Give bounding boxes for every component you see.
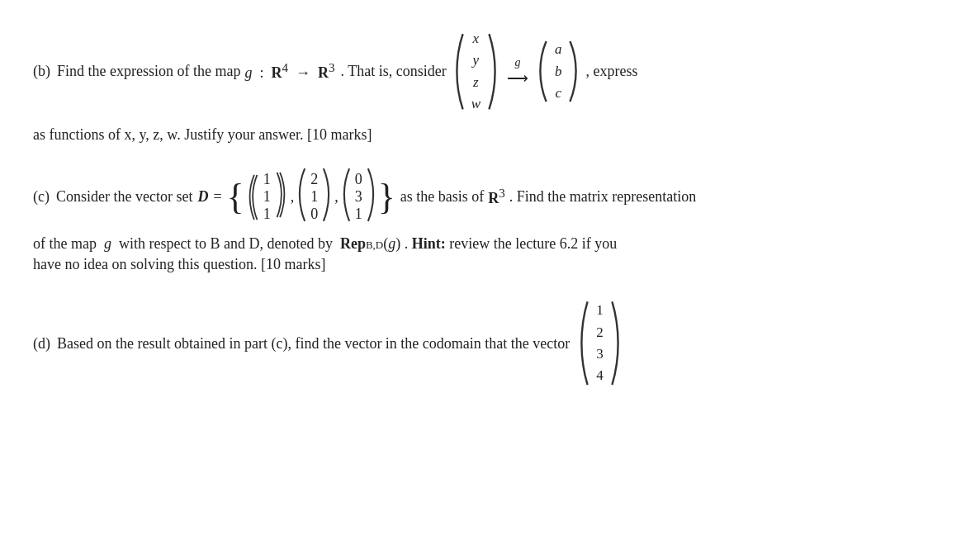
part-c-text1: Consider the vector set — [56, 188, 192, 206]
part-b-text4: as functions of x, y, z, w. Justify your… — [33, 126, 947, 144]
part-d-val2: 2 — [596, 322, 604, 343]
part-b-line: (b) Find the expression of the map g : R… — [33, 25, 947, 118]
part-d-val3: 3 — [596, 343, 604, 365]
vec3-values: 0 3 1 — [352, 171, 366, 223]
part-c-text3: . Find the matrix representation — [509, 188, 696, 206]
part-d-vector-values: 1 2 3 4 — [589, 296, 610, 390]
output-b: b — [555, 61, 562, 83]
part-c-text4: of the map — [33, 235, 100, 252]
part-d-val4: 4 — [596, 365, 604, 386]
part-c-text5: with respect to B and D, denoted by — [115, 235, 336, 252]
part-b-text2: . That is, consider — [340, 63, 446, 80]
vec1-val1: 1 — [263, 171, 271, 188]
rep-notation: RepB,D (g) — [340, 235, 400, 253]
output-a: a — [555, 39, 562, 60]
map-arrow: g ⟶ — [507, 56, 528, 88]
map-g: g : R4 → R3 — [244, 61, 334, 82]
set-close-brace: } — [378, 179, 395, 215]
domain: R4 — [271, 64, 288, 81]
part-d-line: (d) Based on the result obtained in part… — [33, 296, 947, 390]
input-z: z — [473, 72, 479, 93]
D-var: D — [197, 188, 208, 206]
equals-sign: = — [213, 188, 221, 206]
input-y: y — [473, 50, 480, 71]
right-paren-out — [568, 35, 578, 107]
vec2-wrap: 2 1 0 — [297, 167, 331, 227]
input-x: x — [473, 28, 480, 50]
part-d-text1: Based on the result obtained in part (c)… — [57, 335, 570, 353]
g-over-arrow: g — [514, 56, 520, 69]
part-d-section: (d) Based on the result obtained in part… — [33, 296, 947, 390]
comma1: , — [291, 188, 295, 206]
vec1-val2: 1 — [263, 188, 271, 206]
part-c-text2: as the basis of — [400, 188, 484, 206]
rep-subscript: B,D — [366, 239, 383, 252]
part-b-section: (b) Find the expression of the map g : R… — [33, 25, 947, 144]
part-c-line2: of the map g with respect to B and D, de… — [33, 235, 947, 253]
vec1-double-bracket-r — [274, 167, 287, 227]
vec2-bracket-l — [297, 167, 307, 227]
vec3-bracket-l — [342, 167, 352, 227]
comma2: , — [334, 188, 339, 206]
part-d-val1: 1 — [596, 300, 604, 321]
part-c-line3: have no idea on solving this question. [… — [33, 256, 947, 273]
g-label-c: g — [104, 235, 111, 252]
vec3-wrap: 0 3 1 — [342, 167, 376, 227]
part-c-hint: . Hint: review the lecture 6.2 if you — [405, 235, 617, 252]
part-b-label: (b) — [33, 63, 50, 80]
output-vector: a b c — [538, 35, 579, 107]
input-vector: x y z w — [455, 25, 497, 118]
vec3-bracket-r — [366, 167, 376, 227]
rep-bold: Rep — [340, 235, 366, 253]
part-c-section: (c) Consider the vector set D = { 1 1 1 — [33, 167, 947, 273]
R3-label: R3 — [488, 187, 505, 207]
output-vector-values: a b c — [548, 35, 569, 107]
vec-d-left-paren — [580, 296, 589, 390]
vec2-val2: 1 — [310, 188, 318, 206]
vec3-val3: 1 — [355, 206, 362, 223]
vec1-double-bracket-l — [247, 169, 260, 225]
output-c: c — [555, 83, 561, 104]
vec2-val1: 2 — [310, 171, 318, 188]
left-paren-out — [538, 35, 548, 107]
map-name: g — [244, 64, 252, 81]
vec1-wrap: 1 1 1 — [247, 167, 287, 227]
vec2-val3: 0 — [310, 206, 318, 223]
part-d-label: (d) — [33, 335, 50, 353]
vec-d-right-paren — [610, 296, 620, 390]
codomain: R3 — [318, 64, 335, 81]
right-paren — [487, 25, 497, 118]
input-vector-values: x y z w — [465, 25, 487, 118]
part-c-line1: (c) Consider the vector set D = { 1 1 1 — [33, 167, 947, 227]
rep-arg: (g) — [383, 235, 400, 253]
left-paren — [455, 25, 465, 118]
vec1-values: 1 1 1 — [260, 171, 274, 223]
part-d-vector: 1 2 3 4 — [580, 296, 620, 390]
part-c-label: (c) — [33, 188, 50, 206]
vec1-val3: 1 — [263, 206, 271, 223]
input-w: w — [471, 93, 481, 115]
set-open-brace: { — [227, 179, 244, 215]
vec3-val1: 0 — [355, 171, 362, 188]
vec2-values: 2 1 0 — [307, 171, 321, 223]
arrow-symbol: ⟶ — [507, 69, 528, 88]
vec3-val2: 3 — [355, 188, 362, 206]
part-b-text3: , express — [585, 63, 637, 80]
vec2-bracket-r — [321, 167, 331, 227]
part-b-text1: Find the expression of the map — [57, 63, 240, 80]
